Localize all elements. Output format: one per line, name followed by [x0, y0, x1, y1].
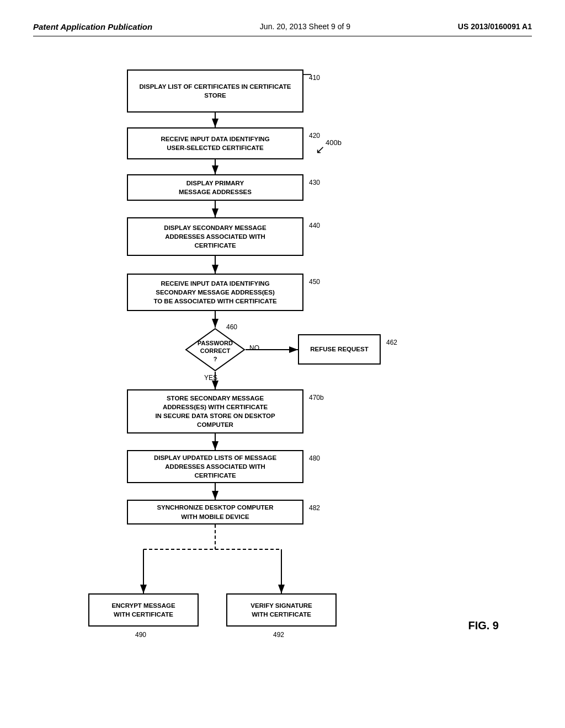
box-492: VERIFY SIGNATUREWITH CERTIFICATE [226, 593, 337, 627]
label-yes: YES [204, 374, 217, 382]
box-490: ENCRYPT MESSAGEWITH CERTIFICATE [88, 593, 199, 627]
box-462: REFUSE REQUEST [298, 334, 381, 365]
label-462: 462 [386, 339, 397, 346]
label-450: 450 [309, 278, 320, 286]
header-right: US 2013/0160091 A1 [458, 22, 532, 31]
box-450: RECEIVE INPUT DATA IDENTIFYINGSECONDARY … [127, 274, 303, 311]
box-420: RECEIVE INPUT DATA IDENTIFYINGUSER-SELEC… [127, 127, 303, 159]
header-left: Patent Application Publication [33, 22, 152, 31]
label-470b: 470b [309, 394, 324, 402]
page-header: Patent Application Publication Jun. 20, … [33, 22, 532, 36]
label-482: 482 [309, 504, 320, 512]
label-460: 460 [226, 323, 237, 331]
box-480: DISPLAY UPDATED LISTS OF MESSAGEADDRESSE… [127, 450, 303, 483]
box-470b: STORE SECONDARY MESSAGEADDRESS(ES) WITH … [127, 389, 303, 433]
label-420: 420 [309, 132, 320, 140]
box-410: DISPLAY LIST OF CERTIFICATES IN CERTIFIC… [127, 69, 303, 113]
label-490: 490 [135, 631, 146, 639]
page: Patent Application Publication Jun. 20, … [0, 0, 565, 728]
diamond-460: PASSWORDCORRECT? [185, 328, 246, 374]
label-no: NO [249, 344, 259, 352]
box-440: DISPLAY SECONDARY MESSAGEADDRESSES ASSOC… [127, 217, 303, 256]
figure-label: FIG. 9 [468, 619, 499, 632]
label-400b: 400b ↙ [326, 138, 342, 147]
header-center: Jun. 20, 2013 Sheet 9 of 9 [260, 22, 350, 31]
box-430: DISPLAY PRIMARYMESSAGE ADDRESSES [127, 174, 303, 201]
label-492: 492 [273, 631, 284, 639]
label-440: 440 [309, 222, 320, 229]
label-480: 480 [309, 454, 320, 462]
diagram: 400b ↙ DISPLAY LIST OF CERTIFICATES IN C… [33, 53, 532, 687]
label-430: 430 [309, 179, 320, 186]
box-482: SYNCHRONIZE DESKTOP COMPUTERWITH MOBILE … [127, 500, 303, 524]
